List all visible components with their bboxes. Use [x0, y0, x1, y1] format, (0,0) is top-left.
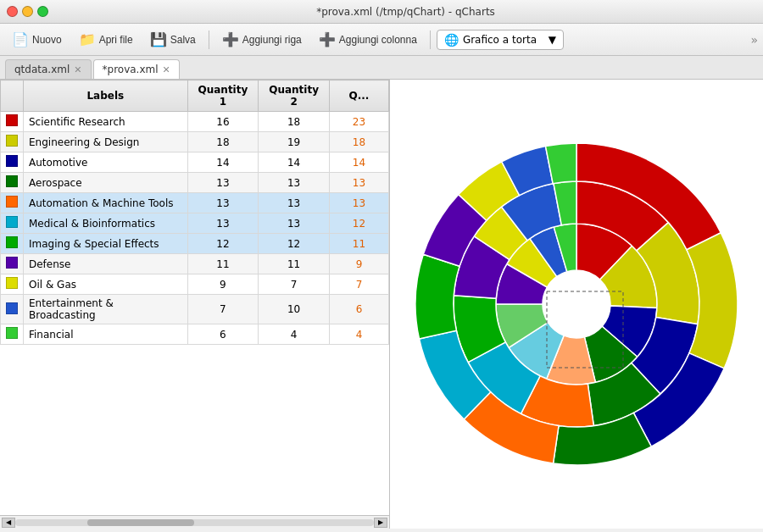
nuovo-label: Nuovo: [32, 34, 62, 46]
label-cell: Scientific Research: [24, 112, 188, 132]
color-swatch: [6, 216, 18, 228]
table-row[interactable]: Medical & Bioinformatics 13 13 12: [1, 213, 389, 234]
label-cell: Defense: [24, 254, 188, 274]
tab-qtdata[interactable]: qtdata.xml ✕: [5, 59, 92, 79]
table-row[interactable]: Imaging & Special Effects 12 12 11: [1, 234, 389, 254]
label-cell: Financial: [24, 324, 188, 345]
sunburst-chart: [411, 139, 742, 469]
close-button[interactable]: [7, 6, 18, 17]
qty1-cell: 16: [187, 112, 259, 132]
window-controls: [7, 6, 48, 17]
titlebar: *prova.xml (/tmp/qChart) - qCharts: [0, 0, 763, 24]
color-cell: [1, 274, 24, 295]
color-swatch: [6, 277, 18, 289]
qty2-cell: 4: [259, 324, 330, 345]
aggiungi-colonna-icon: ➕: [319, 31, 336, 47]
qty3-cell: 23: [329, 112, 388, 132]
table-row[interactable]: Aerospace 13 13 13: [1, 173, 389, 193]
qty2-cell: 7: [259, 274, 330, 295]
color-cell: [1, 112, 24, 132]
table-row[interactable]: Scientific Research 16 18 23: [1, 112, 389, 132]
qty3-cell: 4: [329, 324, 388, 345]
qty2-cell: 19: [259, 132, 330, 152]
tab-prova-close[interactable]: ✕: [163, 64, 170, 75]
aggiungi-riga-button[interactable]: ➕ Aggiungi riga: [215, 28, 309, 51]
qty3-cell: 13: [329, 173, 388, 193]
color-swatch: [6, 135, 18, 147]
table-row[interactable]: Automotive 14 14 14: [1, 152, 389, 173]
color-cell: [1, 213, 24, 234]
scroll-left-button[interactable]: ◀: [2, 518, 15, 528]
qty2-cell: 13: [259, 213, 330, 234]
qty1-cell: 13: [187, 173, 259, 193]
label-cell: Automotive: [24, 152, 188, 173]
label-cell: Oil & Gas: [24, 274, 188, 295]
scroll-right-button[interactable]: ▶: [374, 518, 387, 528]
table-row[interactable]: Engineering & Design 18 19 18: [1, 132, 389, 152]
label-cell: Entertainment & Broadcasting: [24, 295, 188, 324]
color-cell: [1, 193, 24, 213]
color-cell: [1, 173, 24, 193]
table-row[interactable]: Entertainment & Broadcasting 7 10 6: [1, 295, 389, 324]
color-swatch: [6, 302, 18, 314]
color-cell: [1, 254, 24, 274]
color-swatch: [6, 155, 18, 167]
qty2-cell: 13: [259, 173, 330, 193]
aggiungi-riga-label: Aggiungi riga: [242, 34, 302, 46]
color-cell: [1, 234, 24, 254]
scrollbar-track[interactable]: [15, 519, 374, 526]
apri-icon: 📁: [79, 31, 96, 47]
col-header-labels[interactable]: Labels: [24, 80, 188, 112]
qty3-cell: 14: [329, 152, 388, 173]
qty3-cell: 11: [329, 234, 388, 254]
minimize-button[interactable]: [22, 6, 33, 17]
label-cell: Medical & Bioinformatics: [24, 213, 188, 234]
qty1-cell: 13: [187, 193, 259, 213]
horizontal-scrollbar[interactable]: ◀ ▶: [0, 515, 389, 529]
aggiungi-colonna-label: Aggiungi colonna: [339, 34, 417, 46]
qty3-cell: 6: [329, 295, 388, 324]
apri-button[interactable]: 📁 Apri file: [72, 28, 140, 51]
col-header-color: [1, 80, 24, 112]
qty3-cell: 7: [329, 274, 388, 295]
pie-chart-icon: 🌐: [444, 33, 459, 47]
qty1-cell: 11: [187, 254, 259, 274]
color-swatch: [6, 327, 18, 339]
tab-qtdata-label: qtdata.xml: [14, 64, 70, 75]
tab-prova-label: *prova.xml: [103, 64, 159, 75]
table-row[interactable]: Defense 11 11 9: [1, 254, 389, 274]
table-row[interactable]: Automation & Machine Tools 13 13 13: [1, 193, 389, 213]
table-row[interactable]: Financial 6 4 4: [1, 324, 389, 345]
tab-qtdata-close[interactable]: ✕: [74, 64, 81, 75]
table-row[interactable]: Oil & Gas 9 7 7: [1, 274, 389, 295]
salva-icon: 💾: [150, 31, 167, 47]
color-cell: [1, 295, 24, 324]
more-button[interactable]: »: [750, 33, 758, 47]
color-cell: [1, 324, 24, 345]
chart-type-selector[interactable]: 🌐 Grafico a torta ▼: [437, 30, 564, 50]
col-header-qty2[interactable]: Quantity 2: [259, 80, 330, 112]
col-header-qty3[interactable]: Q...: [329, 80, 388, 112]
qty2-cell: 12: [259, 234, 330, 254]
qty3-cell: 18: [329, 132, 388, 152]
tabs-bar: qtdata.xml ✕ *prova.xml ✕: [0, 56, 763, 80]
qty3-cell: 13: [329, 193, 388, 213]
salva-button[interactable]: 💾 Salva: [143, 28, 203, 51]
table-area: Labels Quantity 1 Quantity 2 Q... Scient…: [0, 80, 390, 529]
qty1-cell: 18: [187, 132, 259, 152]
qty2-cell: 14: [259, 152, 330, 173]
main-content: Labels Quantity 1 Quantity 2 Q... Scient…: [0, 80, 763, 529]
qty1-cell: 6: [187, 324, 259, 345]
scrollbar-thumb[interactable]: [87, 519, 195, 526]
qty1-cell: 12: [187, 234, 259, 254]
tab-prova[interactable]: *prova.xml ✕: [93, 59, 180, 79]
qty1-cell: 14: [187, 152, 259, 173]
color-swatch: [6, 114, 18, 126]
maximize-button[interactable]: [37, 6, 48, 17]
dropdown-arrow-icon: ▼: [549, 34, 556, 46]
nuovo-icon: 📄: [12, 31, 29, 47]
label-cell: Aerospace: [24, 173, 188, 193]
nuovo-button[interactable]: 📄 Nuovo: [5, 28, 69, 51]
col-header-qty1[interactable]: Quantity 1: [187, 80, 259, 112]
aggiungi-colonna-button[interactable]: ➕ Aggiungi colonna: [312, 28, 424, 51]
